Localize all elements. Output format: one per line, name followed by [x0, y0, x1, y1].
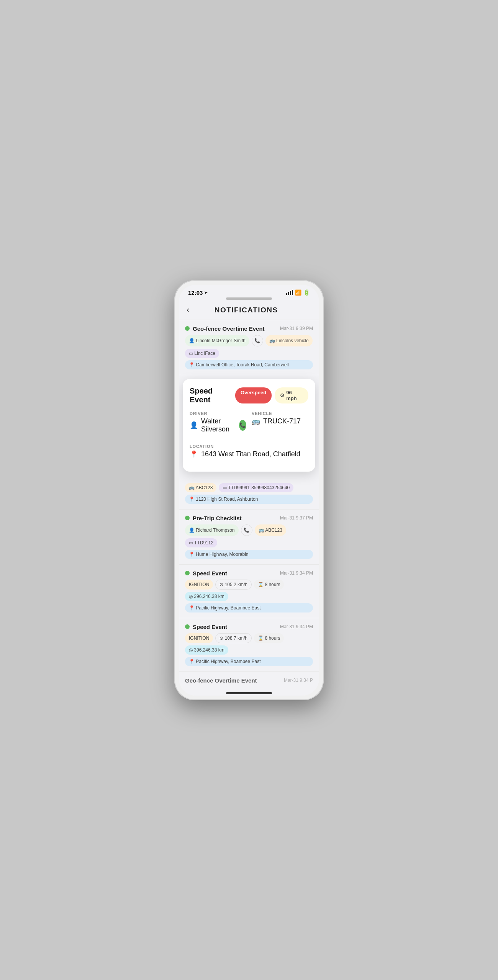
ignition-tag-4: IGNITION — [185, 633, 213, 643]
phone-screen: 12:03 ➤ 📶 🔋 ‹ NOTIFICATIONS — [179, 285, 319, 696]
signal-bars — [286, 290, 293, 295]
speed-badge: ⊙ 96 mph — [275, 387, 308, 403]
below-card-tags: 🚌 ABC123 ▭ TTD99991-359998043254640 📍 11… — [185, 483, 313, 504]
phone-tag[interactable]: 📞 — [252, 335, 263, 346]
unread-dot-3 — [185, 571, 190, 575]
notif-time-4: Mar-31 9:34 PM — [280, 624, 313, 629]
driver-tag: 👤 Lincoln McGregor-Smith — [185, 335, 249, 346]
unread-dot-2 — [185, 516, 190, 520]
notif-time-2: Mar-31 9:37 PM — [280, 515, 313, 521]
tags-row: 👤 Lincoln McGregor-Smith 📞 🚌 Lincolns ve… — [185, 335, 313, 369]
vehicle-tag-2: 🚌 ABC123 — [255, 524, 286, 536]
driver-person-icon: 👤 — [190, 421, 198, 430]
call-driver-button[interactable]: 📞 — [239, 420, 246, 431]
notification-item-partial[interactable]: Geo-fence Overtime Event Mar-31 9:34 P — [179, 672, 319, 689]
driver-section: DRIVER 👤 Walter Silverson 📞 — [190, 411, 246, 433]
km-tag-3: ◎ 396,246.38 km — [185, 592, 228, 601]
unread-dot — [185, 326, 190, 331]
vehicle-label: VEHICLE — [252, 411, 308, 416]
notif-header-row-3: Speed Event Mar-31 9:34 PM — [185, 570, 313, 577]
location-tag-2: 📍 Hume Highway, Moorabin — [185, 550, 313, 559]
page-header: ‹ NOTIFICATIONS — [179, 301, 319, 320]
tags-row-3: IGNITION ⊙ 105.2 km/h ⌛ 8 hours ◎ 396,24… — [185, 580, 313, 612]
location-icon: ➤ — [204, 290, 208, 295]
notification-item-geofence[interactable]: Geo-fence Overtime Event Mar-31 9:39 PM … — [179, 320, 319, 375]
phone-tag-2[interactable]: 📞 — [241, 524, 252, 536]
driver-tag-2: 👤 Richard Thompson — [185, 524, 239, 536]
wifi-icon: 📶 — [295, 289, 301, 296]
notification-item-pretrip[interactable]: Pre-Trip Checklist Mar-31 9:37 PM 👤 Rich… — [179, 510, 319, 565]
location-tag-4: 📍 Pacific Highway, Boambee East — [185, 657, 313, 666]
notif-time: Mar-31 9:39 PM — [280, 326, 313, 331]
speed-card-grid: DRIVER 👤 Walter Silverson 📞 VEHICLE 🚌 TR… — [190, 411, 308, 439]
device-tag-ttd: ▭ TTD99991-359998043254640 — [219, 483, 293, 492]
page-title: NOTIFICATIONS — [194, 306, 298, 314]
speed-card-wrapper: Speed Event Overspeed ⊙ 96 mph DRIVER 👤 — [179, 375, 319, 475]
partial-title: Geo-fence Overtime Event — [185, 677, 257, 684]
vehicle-section: VEHICLE 🚌 TRUCK-717 — [252, 411, 308, 433]
speed-card-title: Speed Event — [190, 387, 235, 404]
home-bar — [226, 692, 272, 694]
notch — [226, 297, 272, 300]
hours-tag-3: ⌛ 8 hours — [254, 580, 284, 590]
location-value: 📍 1643 West Titan Road, Chatfield — [190, 450, 308, 459]
tags-row-2: 👤 Richard Thompson 📞 🚌 ABC123 ▭ TTD9112 … — [185, 524, 313, 559]
vehicle-bus-icon: 🚌 — [252, 417, 260, 426]
driver-value: 👤 Walter Silverson 📞 — [190, 417, 246, 433]
speed-tag-4: ⊙ 108.7 km/h — [215, 633, 252, 643]
vehicle-tag-abc: 🚌 ABC123 — [185, 483, 216, 492]
speed-tag-3: ⊙ 105.2 km/h — [215, 580, 252, 590]
notif-title-3: Speed Event — [193, 570, 227, 577]
notif-header-row: Geo-fence Overtime Event Mar-31 9:39 PM — [185, 325, 313, 332]
speed-card-header: Speed Event Overspeed ⊙ 96 mph — [190, 387, 308, 404]
device-tag: ▭ Linc iFace — [185, 349, 219, 358]
location-label: LOCATION — [190, 444, 308, 449]
notification-item-partial-above[interactable]: 🚌 ABC123 ▭ TTD99991-359998043254640 📍 11… — [179, 475, 319, 510]
notification-item-speed2[interactable]: Speed Event Mar-31 9:34 PM IGNITION ⊙ 10… — [179, 618, 319, 672]
status-icons: 📶 🔋 — [286, 289, 310, 296]
battery-icon: 🔋 — [303, 289, 310, 296]
vehicle-value: 🚌 TRUCK-717 — [252, 417, 308, 426]
home-indicator — [179, 689, 319, 696]
notif-header-row-4: Speed Event Mar-31 9:34 PM — [185, 624, 313, 630]
vehicle-tag: 🚌 Lincolns vehicle — [265, 335, 313, 346]
overspeed-badge: Overspeed — [235, 387, 272, 403]
partial-header-row: Geo-fence Overtime Event Mar-31 9:34 P — [185, 677, 313, 684]
notif-title-2: Pre-Trip Checklist — [193, 515, 242, 521]
speed-card-badges: Overspeed ⊙ 96 mph — [235, 387, 308, 403]
driver-label: DRIVER — [190, 411, 246, 416]
status-time: 12:03 — [188, 289, 203, 296]
ignition-tag-3: IGNITION — [185, 580, 213, 590]
device-tag-2: ▭ TTD9112 — [185, 538, 217, 547]
notif-header-row-2: Pre-Trip Checklist Mar-31 9:37 PM — [185, 515, 313, 521]
notif-time-3: Mar-31 9:34 PM — [280, 570, 313, 576]
hours-tag-4: ⌛ 8 hours — [254, 633, 284, 643]
location-section: LOCATION 📍 1643 West Titan Road, Chatfie… — [190, 444, 308, 459]
notif-title: Geo-fence Overtime Event — [193, 325, 265, 332]
unread-dot-4 — [185, 624, 190, 629]
status-bar: 12:03 ➤ 📶 🔋 — [179, 285, 319, 297]
location-tag-ashburton: 📍 1120 High St Road, Ashburton — [185, 495, 313, 504]
phone-frame: 12:03 ➤ 📶 🔋 ‹ NOTIFICATIONS — [174, 280, 324, 700]
notification-item-speed1[interactable]: Speed Event Mar-31 9:34 PM IGNITION ⊙ 10… — [179, 565, 319, 618]
notif-title-4: Speed Event — [193, 624, 227, 630]
back-button[interactable]: ‹ — [187, 305, 189, 315]
speedometer-icon: ⊙ — [280, 392, 284, 398]
tags-row-4: IGNITION ⊙ 108.7 km/h ⌛ 8 hours ◎ 396,24… — [185, 633, 313, 666]
location-pin-icon: 📍 — [190, 450, 198, 459]
notch-area — [179, 297, 319, 300]
location-tag: 📍 Camberwell Office, Toorak Road, Camber… — [185, 360, 313, 369]
partial-time: Mar-31 9:34 P — [284, 678, 313, 683]
speed-event-card[interactable]: Speed Event Overspeed ⊙ 96 mph DRIVER 👤 — [183, 379, 315, 472]
km-tag-4: ◎ 396,246.38 km — [185, 645, 228, 655]
location-tag-3: 📍 Pacific Highway, Boambee East — [185, 603, 313, 612]
